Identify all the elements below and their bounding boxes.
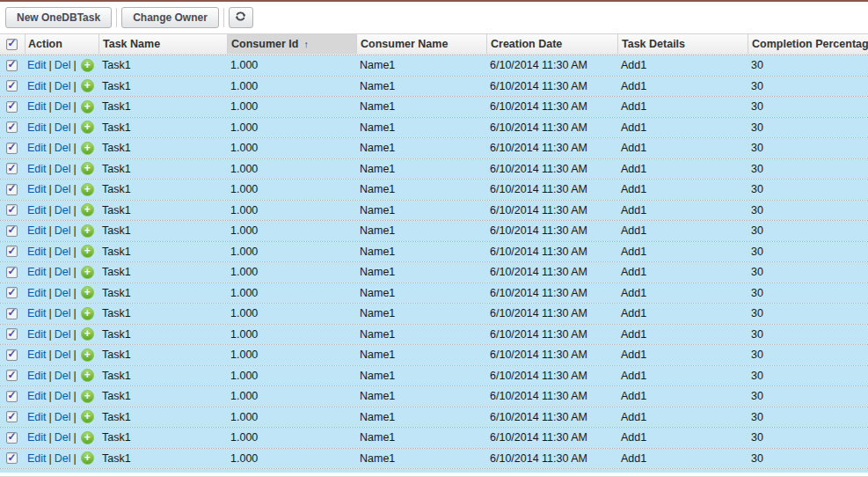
edit-link[interactable]: Edit — [27, 307, 47, 319]
edit-link[interactable]: Edit — [27, 390, 47, 402]
del-link[interactable]: Del — [55, 390, 71, 402]
edit-link[interactable]: Edit — [27, 452, 47, 465]
plus-icon[interactable]: + — [81, 245, 94, 258]
row-checkbox[interactable]: ✓ — [6, 101, 18, 113]
plus-icon[interactable]: + — [81, 431, 94, 444]
refresh-button[interactable] — [229, 7, 253, 28]
edit-link[interactable]: Edit — [27, 246, 47, 258]
row-checkbox[interactable]: ✓ — [6, 246, 18, 257]
row-checkbox[interactable]: ✓ — [6, 60, 18, 71]
del-link[interactable]: Del — [55, 370, 71, 382]
plus-icon[interactable]: + — [81, 121, 94, 134]
plus-icon[interactable]: + — [81, 79, 94, 92]
plus-icon[interactable]: + — [81, 369, 94, 382]
del-link[interactable]: Del — [55, 224, 71, 237]
plus-icon[interactable]: + — [81, 59, 94, 72]
plus-icon[interactable]: + — [81, 162, 94, 175]
column-header-consumer-name[interactable]: Consumer Name — [356, 34, 486, 54]
plus-icon[interactable]: + — [81, 224, 94, 238]
edit-link[interactable]: Edit — [27, 142, 47, 154]
edit-link[interactable]: Edit — [27, 163, 47, 175]
link-separator: | — [49, 266, 52, 278]
del-link[interactable]: Del — [55, 121, 71, 134]
row-checkbox[interactable]: ✓ — [6, 308, 18, 319]
plus-icon[interactable]: + — [81, 100, 94, 114]
row-checkbox[interactable]: ✓ — [6, 80, 18, 92]
row-select-cell: ✓ — [0, 159, 25, 180]
edit-link[interactable]: Edit — [27, 224, 47, 237]
row-checkbox[interactable]: ✓ — [6, 143, 18, 154]
del-link[interactable]: Del — [55, 163, 71, 175]
row-checkbox[interactable]: ✓ — [6, 432, 18, 444]
del-link[interactable]: Del — [55, 142, 71, 154]
completion-percentage-cell: 30 — [748, 118, 868, 138]
plus-icon[interactable]: + — [81, 349, 94, 362]
row-checkbox[interactable]: ✓ — [6, 328, 18, 340]
column-header-creation-date[interactable]: Creation Date — [486, 34, 617, 54]
change-owner-button[interactable]: Change Owner — [121, 7, 219, 28]
row-checkbox[interactable]: ✓ — [6, 411, 18, 422]
completion-percentage-cell: 30 — [748, 77, 868, 97]
row-checkbox[interactable]: ✓ — [6, 370, 18, 381]
completion-percentage-cell: 30 — [748, 325, 868, 345]
row-checkbox[interactable]: ✓ — [6, 349, 18, 361]
del-link[interactable]: Del — [55, 328, 71, 341]
plus-icon[interactable]: + — [81, 266, 94, 279]
edit-link[interactable]: Edit — [27, 266, 47, 278]
edit-link[interactable]: Edit — [27, 80, 47, 92]
plus-icon[interactable]: + — [81, 203, 94, 216]
row-checkbox[interactable]: ✓ — [6, 267, 18, 278]
del-link[interactable]: Del — [55, 59, 71, 71]
row-checkbox[interactable]: ✓ — [6, 184, 18, 195]
edit-link[interactable]: Edit — [27, 431, 47, 444]
del-link[interactable]: Del — [55, 100, 71, 113]
edit-link[interactable]: Edit — [27, 204, 47, 216]
del-link[interactable]: Del — [55, 307, 71, 319]
del-link[interactable]: Del — [55, 452, 71, 465]
plus-icon[interactable]: + — [81, 327, 94, 341]
edit-link[interactable]: Edit — [27, 121, 47, 134]
plus-icon[interactable]: + — [81, 142, 94, 155]
row-checkbox[interactable]: ✓ — [6, 121, 18, 133]
edit-link[interactable]: Edit — [27, 287, 47, 299]
plus-icon[interactable]: + — [81, 410, 94, 423]
checkmark-icon: ✓ — [7, 38, 16, 48]
edit-link[interactable]: Edit — [27, 370, 47, 382]
row-checkbox[interactable]: ✓ — [6, 163, 18, 174]
column-header-action[interactable]: Action — [25, 34, 98, 54]
del-link[interactable]: Del — [55, 431, 71, 444]
del-link[interactable]: Del — [55, 349, 71, 361]
edit-link[interactable]: Edit — [27, 349, 47, 361]
del-link[interactable]: Del — [55, 411, 71, 423]
row-checkbox[interactable]: ✓ — [6, 287, 18, 298]
column-header-completion-percentage[interactable]: Completion Percentage — [748, 34, 868, 54]
column-header-task-details[interactable]: Task Details — [617, 34, 748, 54]
plus-icon[interactable]: + — [81, 390, 94, 403]
del-link[interactable]: Del — [55, 204, 71, 216]
creation-date-cell: 6/10/2014 11:30 AM — [486, 325, 617, 345]
plus-icon[interactable]: + — [81, 307, 94, 320]
row-checkbox[interactable]: ✓ — [6, 225, 18, 237]
column-header-task-name[interactable]: Task Name — [98, 34, 227, 54]
del-link[interactable]: Del — [55, 80, 71, 92]
del-link[interactable]: Del — [55, 183, 71, 195]
plus-icon[interactable]: + — [81, 286, 94, 299]
edit-link[interactable]: Edit — [27, 59, 47, 71]
row-checkbox[interactable]: ✓ — [6, 452, 18, 464]
plus-icon[interactable]: + — [81, 451, 94, 465]
plus-icon[interactable]: + — [81, 183, 94, 196]
link-separator: | — [49, 142, 52, 154]
table-row: ✓ Edit | Del | + Task1 1.000 Name1 6/10/… — [0, 283, 868, 305]
del-link[interactable]: Del — [55, 246, 71, 258]
column-header-consumer-id[interactable]: Consumer Id ↑ — [227, 34, 356, 54]
row-checkbox[interactable]: ✓ — [6, 204, 18, 216]
row-checkbox[interactable]: ✓ — [6, 391, 18, 402]
edit-link[interactable]: Edit — [27, 183, 47, 195]
new-onedbtask-button[interactable]: New OneDBTask — [5, 7, 112, 28]
del-link[interactable]: Del — [55, 287, 71, 299]
edit-link[interactable]: Edit — [27, 411, 47, 423]
edit-link[interactable]: Edit — [27, 328, 47, 341]
del-link[interactable]: Del — [55, 266, 71, 278]
select-all-checkbox[interactable]: ✓ — [6, 39, 18, 50]
edit-link[interactable]: Edit — [27, 100, 47, 113]
